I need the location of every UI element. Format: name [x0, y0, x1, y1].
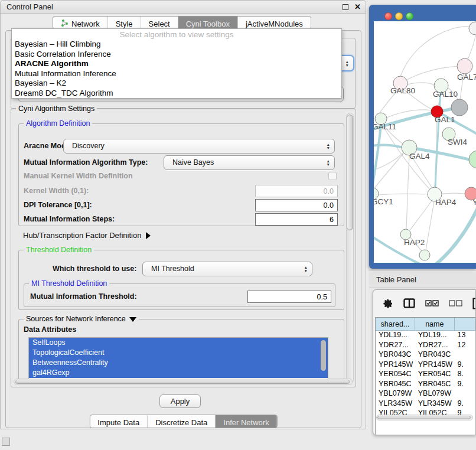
algorithm-definition-title: Algorithm Definition	[24, 119, 92, 128]
table-row[interactable]: YLR345WYLR345W9.	[376, 399, 475, 409]
node-label-GAL1: GAL1	[435, 115, 455, 124]
tab-infer-network[interactable]: Infer Network	[216, 415, 276, 428]
node-GAL7[interactable]	[457, 58, 472, 74]
scrollbar-thumb[interactable]	[15, 380, 350, 384]
mi-steps-label: Mutual Information Steps:	[24, 215, 115, 223]
attribute-item-topologicalcoefficient[interactable]: TopologicalCoefficient	[29, 348, 328, 358]
tab-label: jActiveMNodules	[246, 19, 303, 28]
table-cell: YDL19...	[415, 331, 455, 341]
table-cell: YDR27...	[415, 341, 455, 351]
kernel-width-field[interactable]: 0.0	[255, 185, 338, 197]
attribute-item-selfloops[interactable]: SelfLoops	[29, 338, 328, 348]
network-edge	[400, 66, 465, 83]
dpi-tolerance-field[interactable]: 0.0	[255, 199, 338, 211]
table-row[interactable]: YPR145WYPR145W9.	[376, 360, 475, 370]
select-all-columns-icon[interactable]	[425, 300, 439, 306]
column-header-partial[interactable]	[455, 318, 475, 331]
settings-horizontal-scrollbar[interactable]	[14, 379, 353, 385]
zoom-traffic-light[interactable]	[406, 12, 413, 20]
tab-impute-data[interactable]: Impute Data	[90, 415, 148, 428]
tab-network[interactable]: Network	[53, 17, 108, 29]
stepper-arrows-icon: ▲▼	[345, 60, 349, 67]
list-scrollbar-thumb[interactable]	[321, 340, 326, 371]
tab-style[interactable]: Style	[108, 17, 141, 29]
node[interactable]	[469, 22, 476, 35]
algorithm-option-basic-correlation-inference[interactable]: Basic Correlation Inference	[12, 50, 341, 60]
hub-factor-expander[interactable]: Hub/Transcription Factor Definition	[23, 231, 151, 240]
control-panel-titlebar: Control Panel ✕	[1, 1, 366, 14]
kernel-width-label: Kernel Width (0,1):	[24, 187, 89, 195]
algorithm-option-bayesian-k2[interactable]: Bayesian – K2	[12, 79, 341, 89]
apply-button[interactable]: Apply	[159, 394, 201, 408]
mi-steps-field[interactable]: 6	[255, 213, 338, 226]
table-cell: YBR045C	[415, 380, 455, 390]
scrollbar-thumb[interactable]	[347, 115, 353, 230]
tab-select[interactable]: Select	[141, 17, 178, 29]
node-label-GCY1: GCY1	[374, 197, 393, 206]
close-window-icon[interactable]: ✕	[354, 4, 361, 10]
table-row[interactable]: YDL19...YDL19...13	[376, 331, 475, 341]
data-attributes-label: Data Attributes	[24, 325, 76, 334]
algorithm-option-dream8-dc-tdc-algorithm[interactable]: Dream8 DC_TDC Algorithm	[12, 89, 341, 99]
network-view-window: GAL7GAL80GAL10GAL1GAL11SWI4GAL4GCY1HAP4Y…	[369, 5, 476, 269]
table-cell: YPR145W	[415, 360, 455, 370]
tab-jactivemnodules[interactable]: jActiveMNodules	[238, 17, 311, 29]
table-row[interactable]: YBR045CYBR045C9.	[376, 380, 475, 390]
split-columns-icon[interactable]	[403, 298, 415, 308]
close-traffic-light[interactable]	[384, 12, 392, 20]
mi-threshold-group-title: MI Threshold Definition	[29, 279, 109, 288]
network-edge	[410, 201, 432, 230]
column-header-name[interactable]: name	[415, 318, 455, 331]
manual-kernel-checkbox[interactable]	[328, 172, 337, 180]
table-row[interactable]: YBR043CYBR043C	[376, 350, 475, 360]
float-window-icon[interactable]	[343, 4, 348, 10]
table-row[interactable]: YBL079WYBL079W	[376, 389, 475, 399]
network-edge-highlighted	[434, 203, 476, 263]
node-label-HAP2: HAP2	[404, 238, 425, 247]
node-label-GAL11: GAL11	[374, 122, 396, 131]
stepper-arrows-icon: ▲▼	[327, 143, 330, 149]
network-canvas[interactable]: GAL7GAL80GAL10GAL1GAL11SWI4GAL4GCY1HAP4Y…	[374, 21, 476, 263]
attribute-item-gal4rgexp[interactable]: gal4RGexp	[29, 368, 328, 378]
data-attributes-list[interactable]: SelfLoopsTopologicalCoefficientBetweenne…	[28, 337, 328, 381]
table-row[interactable]: YDR27...YDR27...12	[376, 341, 475, 351]
algorithm-option-bayesian-hill-climbing[interactable]: Bayesian – Hill Climbing	[12, 40, 341, 50]
node[interactable]	[451, 99, 468, 116]
node[interactable]	[419, 250, 430, 260]
node-label-GAL4: GAL4	[409, 152, 430, 161]
settings-group-title: Cyni Algorithm Settings	[16, 105, 97, 113]
network-edge	[442, 193, 465, 194]
sources-group-title: Sources for Network Inference	[24, 315, 139, 323]
table-row[interactable]: YER054CYER054C8.	[376, 370, 475, 380]
which-threshold-combo[interactable]: MI Threshold ▲▼	[142, 262, 312, 276]
aracne-mode-combo[interactable]: Discovery ▲▼	[63, 139, 335, 154]
deselect-all-columns-icon[interactable]	[449, 300, 462, 306]
scrollbar-thumb[interactable]	[377, 416, 471, 419]
column-header-shared[interactable]: shared...	[376, 318, 415, 331]
table-cell: YLR345W	[415, 399, 455, 409]
cyni-algorithm-settings-group: Cyni Algorithm Settings Algorithm Defini…	[11, 109, 356, 387]
table-horizontal-scrollbar[interactable]	[376, 415, 473, 420]
minimize-traffic-light[interactable]	[395, 12, 403, 20]
algorithm-options-list: Bayesian – Hill ClimbingBasic Correlatio…	[12, 40, 341, 98]
algorithm-option-mutual-information-inference[interactable]: Mutual Information Inference	[12, 69, 341, 79]
node-label-Y: Y	[472, 198, 476, 207]
table-cell: YER054C	[376, 370, 415, 380]
settings-vertical-scrollbar[interactable]	[346, 113, 354, 383]
mi-type-combo[interactable]: Naive Bayes ▲▼	[164, 155, 335, 170]
gear-icon[interactable]	[383, 298, 393, 309]
node[interactable]	[469, 151, 476, 168]
mi-threshold-field[interactable]: 0.5	[247, 291, 331, 303]
page-icon[interactable]	[472, 298, 476, 309]
tab-discretize-data[interactable]: Discretize Data	[148, 415, 216, 428]
network-icon	[61, 19, 69, 29]
tab-label: Select	[149, 19, 170, 28]
algorithm-option-aracne-algorithm[interactable]: ARACNE Algorithm	[12, 59, 341, 69]
node-label-GAL80: GAL80	[390, 86, 415, 95]
table-cell: YDR27...	[376, 341, 415, 351]
cyni-bottom-tab-strip: Impute DataDiscretize DataInfer Network	[89, 415, 277, 428]
table-window: shared...name YDL19...YDL19...13YDR27...…	[373, 289, 476, 435]
tab-cyni-toolbox[interactable]: Cyni Toolbox	[178, 17, 238, 29]
attribute-item-betweennesscentrality[interactable]: BetweennessCentrality	[29, 358, 328, 368]
network-edge	[374, 154, 403, 189]
